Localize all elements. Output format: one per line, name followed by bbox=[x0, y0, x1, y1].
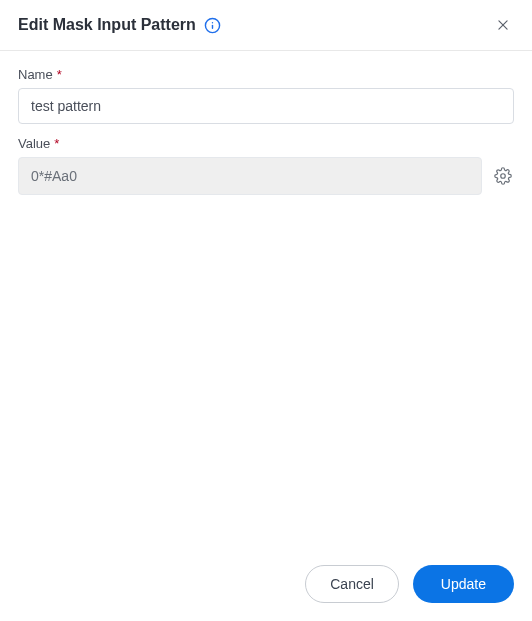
gear-icon bbox=[494, 173, 512, 188]
value-label-row: Value* bbox=[18, 136, 514, 151]
close-button[interactable] bbox=[492, 14, 514, 36]
value-input[interactable] bbox=[18, 157, 482, 195]
dialog-title: Edit Mask Input Pattern bbox=[18, 16, 196, 34]
update-button[interactable]: Update bbox=[413, 565, 514, 603]
value-label: Value bbox=[18, 136, 50, 151]
value-field-group: Value* bbox=[18, 136, 514, 195]
dialog-body: Name* Value* bbox=[0, 51, 532, 551]
svg-point-2 bbox=[212, 21, 213, 22]
edit-mask-input-pattern-dialog: Edit Mask Input Pattern Name* bbox=[0, 0, 532, 621]
value-required-mark: * bbox=[54, 136, 59, 151]
dialog-footer: Cancel Update bbox=[0, 551, 532, 621]
name-label-row: Name* bbox=[18, 67, 514, 82]
value-input-row bbox=[18, 157, 514, 195]
close-icon bbox=[496, 20, 510, 35]
info-icon[interactable] bbox=[204, 17, 221, 34]
name-input[interactable] bbox=[18, 88, 514, 124]
name-field-group: Name* bbox=[18, 67, 514, 124]
value-settings-button[interactable] bbox=[492, 165, 514, 187]
svg-point-5 bbox=[501, 174, 506, 179]
dialog-header: Edit Mask Input Pattern bbox=[0, 0, 532, 51]
header-left: Edit Mask Input Pattern bbox=[18, 16, 221, 34]
name-required-mark: * bbox=[57, 67, 62, 82]
cancel-button[interactable]: Cancel bbox=[305, 565, 399, 603]
name-label: Name bbox=[18, 67, 53, 82]
